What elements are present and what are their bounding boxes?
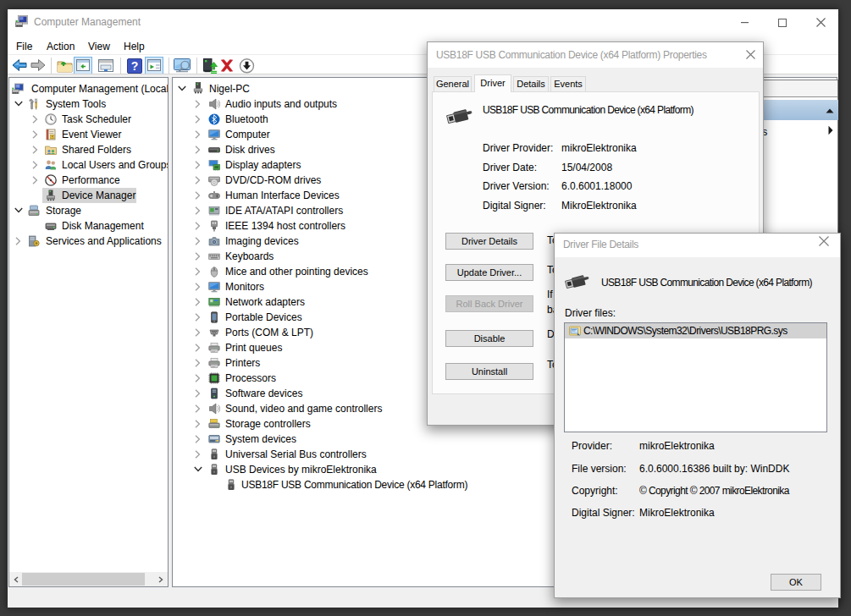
svg-text:?: ? [131, 59, 139, 73]
